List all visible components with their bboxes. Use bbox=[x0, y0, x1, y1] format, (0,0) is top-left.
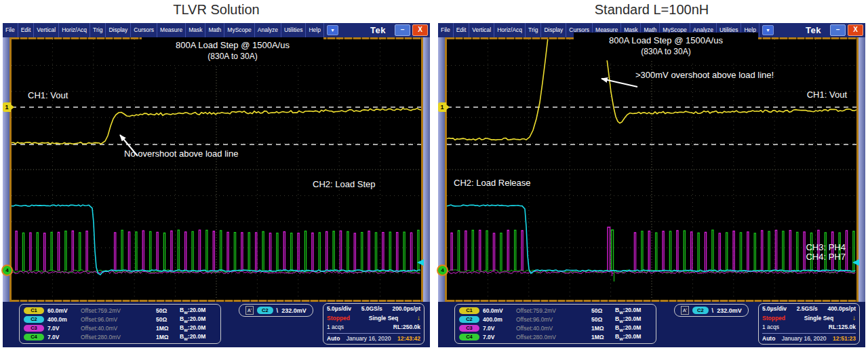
acq-mode: Single Seq bbox=[369, 315, 398, 322]
trigger-source-pill: C2 bbox=[257, 307, 273, 314]
channel-pill-c4[interactable]: C4 bbox=[459, 334, 479, 341]
scope-screen: CH1: Vout >300mV overshoot above load li… bbox=[438, 37, 865, 302]
minimize-button[interactable]: – bbox=[395, 24, 410, 36]
channel-bandwidth: BW:20.0M bbox=[180, 315, 205, 324]
channel-impedance: 1MΩ bbox=[156, 325, 176, 332]
right-chart-title: Standard L=100nH bbox=[435, 2, 868, 18]
window-controls: Tek – X bbox=[806, 24, 865, 36]
ch2-level-marker-icon[interactable] bbox=[417, 259, 424, 266]
left-bezel bbox=[3, 37, 9, 302]
menu-item-display[interactable]: Display bbox=[106, 23, 131, 37]
timebase-box[interactable]: 5.0µs/div 2.5GS/s 400.0ps/pt Stopped Sin… bbox=[758, 303, 860, 345]
channel-readout-row: C37.0VOffset:40.0mV1MΩBW:20.0M bbox=[24, 324, 216, 332]
trigger-level: 232.0mV bbox=[281, 307, 307, 314]
channel-impedance: 1MΩ bbox=[591, 325, 612, 332]
menu-item-cursors[interactable]: Cursors bbox=[131, 23, 157, 37]
single-seq-icon: ↓ bbox=[417, 315, 420, 321]
menu-item-edit[interactable]: Edit bbox=[18, 23, 35, 37]
trigger-a-icon: A' bbox=[245, 306, 254, 315]
menu-item-analyze[interactable]: Analyze bbox=[255, 23, 281, 37]
scope-screen: CH1: Vout No overshoot above load line C… bbox=[3, 37, 430, 302]
menu-item-vertical[interactable]: Vertical bbox=[469, 23, 494, 37]
channel-pill-c2[interactable]: C2 bbox=[459, 316, 479, 323]
annotation-line1: 800A Load Step @ 1500A/us bbox=[149, 39, 317, 51]
channel-impedance: 1MΩ bbox=[591, 334, 612, 341]
timebase-scale: 5.0µs/div bbox=[762, 305, 787, 312]
scope-window-right: FileEditVerticalHoriz/AcqTrigDisplayCurs… bbox=[438, 23, 865, 347]
falling-edge-icon: \ bbox=[277, 307, 279, 314]
channel-readout-row: C47.0VOffset:280.0mV1MΩBW:20.0M bbox=[459, 333, 652, 341]
status-bar: C160.0mVOffset:759.2mV50ΩBW:20.0MC2400.0… bbox=[438, 302, 865, 347]
tek-logo: Tek bbox=[806, 25, 821, 35]
ch2-label: CH2: Load Step bbox=[313, 179, 376, 189]
menu-item-mask[interactable]: Mask bbox=[186, 23, 205, 37]
menu-item-trig[interactable]: Trig bbox=[526, 23, 541, 37]
annotation-line1: 800A Load Step @ 1500A/us bbox=[580, 35, 751, 46]
channel-offset: Offset:40.0mV bbox=[81, 325, 153, 332]
menu-item-math[interactable]: Math bbox=[205, 23, 224, 37]
menu-item-file[interactable]: File bbox=[3, 23, 18, 37]
minimize-button[interactable]: – bbox=[830, 24, 846, 36]
sample-rate: 5.0GS/s bbox=[361, 305, 382, 312]
channel-pill-c4[interactable]: C4 bbox=[24, 334, 44, 341]
trigger-badge[interactable]: A' C2 \ 232.0mV bbox=[239, 304, 313, 317]
channel-bandwidth: BW:20.0M bbox=[180, 324, 205, 332]
menu-item-help[interactable]: Help bbox=[306, 23, 323, 37]
date: January 16, 2020 bbox=[347, 335, 391, 342]
clock: 12:51:23 bbox=[833, 335, 856, 342]
ch2-level-marker-icon[interactable] bbox=[852, 259, 859, 266]
channel-readout-row: C160.0mVOffset:759.2mV50ΩBW:20.0M bbox=[459, 307, 652, 315]
menu-item-horiz-acq[interactable]: Horiz/Acq bbox=[494, 23, 526, 37]
channel-offset: Offset:759.2mV bbox=[81, 307, 153, 314]
falling-edge-icon: \ bbox=[712, 307, 714, 314]
close-button[interactable]: X bbox=[412, 24, 428, 36]
menu-item-horiz-acq[interactable]: Horiz/Acq bbox=[59, 23, 90, 37]
menu-item-myscope[interactable]: MyScope bbox=[224, 23, 254, 37]
bottom-tick-marks bbox=[12, 300, 421, 302]
menu-bar: FileEditVerticalHoriz/AcqTrigDisplayCurs… bbox=[3, 23, 430, 37]
channel-scale: 7.0V bbox=[47, 334, 77, 341]
channel-scale: 400.0m bbox=[483, 316, 513, 323]
menu-item-file[interactable]: File bbox=[438, 23, 454, 37]
trigger-a-icon: A' bbox=[681, 306, 689, 315]
close-button[interactable]: X bbox=[848, 24, 863, 36]
menu-overflow-button[interactable]: ▼ bbox=[327, 25, 338, 35]
menu-item-trig[interactable]: Trig bbox=[90, 23, 106, 37]
ch4-position-marker[interactable]: 4 bbox=[1, 265, 13, 276]
channel-scale: 60.0mV bbox=[47, 307, 77, 314]
timebase-box[interactable]: 5.0µs/div 5.0GS/s 200.0ps/pt Stopped Sin… bbox=[323, 303, 425, 345]
menu-item-edit[interactable]: Edit bbox=[454, 23, 470, 37]
ch1-position-marker[interactable]: 1 bbox=[438, 102, 446, 112]
ch4-position-marker[interactable]: 4 bbox=[437, 265, 448, 276]
trigger-source-pill: C2 bbox=[692, 307, 709, 314]
channel-pill-c1[interactable]: C1 bbox=[459, 307, 479, 314]
channel-bandwidth: BW:20.0M bbox=[180, 307, 205, 315]
channel-pill-c3[interactable]: C3 bbox=[24, 325, 44, 332]
right-bezel bbox=[859, 37, 865, 302]
channel-pill-c1[interactable]: C1 bbox=[24, 307, 44, 314]
channel-scale: 7.0V bbox=[47, 325, 77, 332]
menu-item-utilities[interactable]: Utilities bbox=[281, 23, 306, 37]
menu-item-display[interactable]: Display bbox=[541, 23, 566, 37]
record-length: RL:250.0k bbox=[393, 324, 420, 330]
menu-overflow-button[interactable]: ▼ bbox=[762, 25, 774, 35]
trigger-badge[interactable]: A' C2 \ 232.0mV bbox=[674, 304, 749, 317]
ch1-label: CH1: Vout bbox=[807, 90, 847, 100]
channel-bandwidth: BW:20.0M bbox=[615, 324, 641, 332]
sample-rate: 2.5GS/s bbox=[797, 305, 818, 312]
channel-readout-row: C2400.0mOffset:96.0mV50ΩBW:20.0M bbox=[24, 315, 216, 324]
menu-item-vertical[interactable]: Vertical bbox=[34, 23, 59, 37]
channel-pill-c3[interactable]: C3 bbox=[459, 325, 479, 332]
scope-window-left: FileEditVerticalHoriz/AcqTrigDisplayCurs… bbox=[3, 23, 430, 347]
clock: 12:43:42 bbox=[397, 335, 420, 342]
channel-scale: 7.0V bbox=[483, 334, 513, 341]
channel-impedance: 50Ω bbox=[156, 316, 176, 323]
channel-scale: 60.0mV bbox=[483, 307, 513, 314]
channel-bandwidth: BW:20.0M bbox=[615, 333, 641, 341]
ch3-label: CH3: PH4 bbox=[806, 242, 846, 252]
window-controls: Tek – X bbox=[370, 24, 430, 36]
ch1-position-marker[interactable]: 1 bbox=[3, 102, 11, 112]
ch4-label: CH4: PH7 bbox=[806, 252, 846, 262]
channel-pill-c2[interactable]: C2 bbox=[24, 316, 44, 323]
menu-item-measure[interactable]: Measure bbox=[157, 23, 186, 37]
